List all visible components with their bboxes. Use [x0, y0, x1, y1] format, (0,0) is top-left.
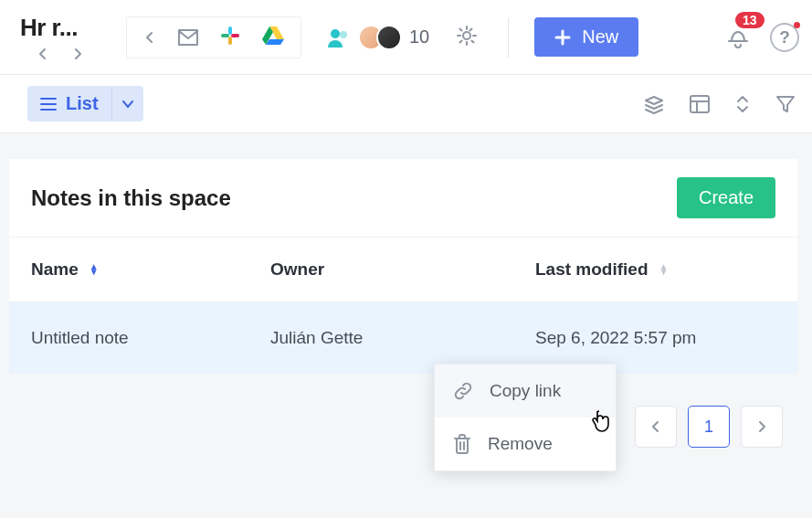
mail-icon[interactable] [178, 29, 198, 46]
avatar [376, 25, 402, 50]
create-button[interactable]: Create [677, 177, 775, 218]
integration-bar [126, 16, 301, 58]
view-label: List [66, 93, 99, 114]
list-icon [40, 98, 57, 111]
notes-panel: Notes in this space Create Name ▲▼ Owner… [9, 159, 797, 374]
menu-copy-link[interactable]: Copy link [435, 365, 616, 418]
pager-next[interactable] [741, 406, 783, 448]
menu-copy-link-label: Copy link [490, 381, 561, 401]
forward-icon[interactable] [71, 48, 84, 60]
cell-name: Untitled note [31, 328, 270, 348]
svg-rect-0 [228, 26, 232, 35]
svg-point-5 [340, 31, 347, 38]
people-count: 10 [409, 26, 429, 48]
divider [508, 17, 509, 58]
plus-icon [554, 29, 571, 46]
chevron-down-icon [121, 100, 134, 109]
th-owner[interactable]: Owner [270, 259, 535, 280]
people-group[interactable]: 10 [327, 25, 429, 50]
pager-page-1[interactable]: 1 [688, 406, 730, 448]
notifications-button[interactable]: 13 [726, 23, 750, 52]
th-modified[interactable]: Last modified ▲▼ [535, 259, 775, 280]
svg-rect-1 [221, 34, 229, 37]
cell-modified: Sep 6, 2022 5:57 pm [535, 328, 775, 348]
svg-rect-2 [228, 37, 232, 45]
context-menu: Copy link Remove [434, 364, 617, 471]
space-title: Hr r... [20, 14, 128, 42]
chevron-left-icon[interactable] [143, 31, 156, 44]
view-bar: List [0, 75, 812, 133]
view-switcher[interactable]: List [27, 86, 143, 122]
pager-prev[interactable] [635, 406, 677, 448]
help-button[interactable]: ? [770, 23, 799, 52]
back-icon[interactable] [37, 48, 49, 60]
new-button[interactable]: New [534, 17, 638, 57]
new-button-label: New [582, 26, 618, 48]
th-name[interactable]: Name ▲▼ [31, 259, 270, 280]
people-icon [327, 27, 351, 48]
trash-icon [453, 434, 471, 454]
cell-owner: Julián Gette [270, 328, 535, 348]
view-dropdown[interactable] [111, 89, 143, 120]
menu-remove[interactable]: Remove [435, 418, 616, 470]
avatar-pair [358, 25, 402, 50]
notification-badge: 13 [735, 12, 765, 28]
panel-title: Notes in this space [31, 185, 231, 211]
settings-button[interactable] [455, 24, 479, 51]
svg-rect-7 [691, 96, 709, 112]
table-header: Name ▲▼ Owner Last modified ▲▼ [9, 238, 797, 302]
link-icon [453, 381, 473, 401]
table-row[interactable]: Untitled note Julián Gette Sep 6, 2022 5… [9, 302, 797, 374]
sort-icon[interactable] [735, 94, 750, 114]
slack-icon[interactable] [220, 26, 240, 49]
top-bar: Hr r... [0, 0, 812, 75]
svg-point-4 [331, 29, 340, 38]
sort-indicator-icon: ▲▼ [659, 264, 669, 275]
pagination: 1 [635, 406, 783, 448]
svg-point-6 [463, 32, 470, 39]
layout-icon[interactable] [690, 95, 710, 113]
layers-icon[interactable] [644, 94, 664, 114]
google-drive-icon[interactable] [262, 26, 284, 48]
sort-indicator-icon: ▲▼ [90, 264, 99, 275]
menu-remove-label: Remove [488, 434, 553, 454]
filter-icon[interactable] [775, 94, 796, 114]
svg-rect-3 [231, 34, 239, 37]
title-block: Hr r... [20, 14, 128, 60]
